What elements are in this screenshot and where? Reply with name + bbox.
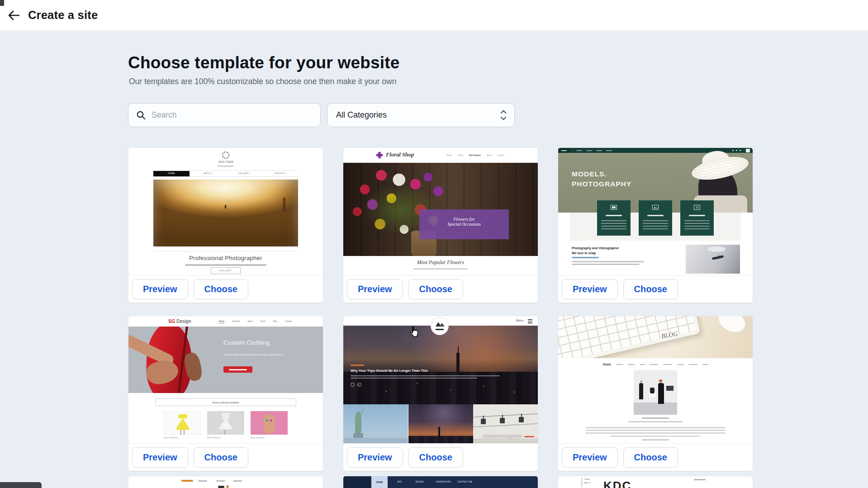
mini-menu-label: Menu	[516, 319, 523, 322]
mini-caption: Swim Collections	[251, 436, 264, 439]
hand-pointer-icon	[409, 326, 419, 337]
choose-button[interactable]: Choose	[194, 279, 248, 299]
mini-nav-active-tab: HOME	[371, 476, 388, 488]
mini-desk-photo: BLOG	[558, 316, 753, 358]
template-preview-partial-kdc[interactable]: HOME ABOUT KDC	[558, 476, 753, 488]
choose-button[interactable]: Choose	[408, 279, 463, 299]
template-card-blog-keyboard: BLOG TRAVEL	[558, 316, 753, 471]
mini-banner-line1: Flowers for	[419, 217, 509, 222]
choose-button[interactable]: Choose	[194, 447, 248, 468]
mini-site-name: Floral Shop	[386, 152, 414, 158]
mini-nav-item: GALLERY	[226, 171, 262, 176]
template-card-sg-design: SG Design Home ServicesAbout StoreBlog C…	[128, 316, 323, 471]
template-preview-sg-design[interactable]: SG Design Home ServicesAbout StoreBlog C…	[128, 316, 323, 443]
choose-button[interactable]: Choose	[408, 447, 463, 468]
preview-button[interactable]: Preview	[347, 279, 403, 299]
mini-skyline	[343, 372, 538, 404]
mini-brand: KDC	[603, 479, 631, 488]
card-actions: Preview Choose	[343, 275, 538, 303]
mini-hero-photo: Why Your Trips Should Be No Longer Than …	[343, 326, 538, 404]
mini-nav-item: TRAVEL	[602, 363, 612, 366]
mini-nav-item: BOOKS	[416, 481, 424, 483]
mini-portrait-photo	[686, 245, 740, 274]
template-card-partial-author: HOME BIO BOOKS WORKSHOPS CONTACT ME	[343, 476, 538, 488]
mini-hero-heading: Custom Clothing	[223, 339, 270, 346]
mini-caption: Dress Collection	[207, 436, 220, 439]
template-card-travel-blog: Menu Why Your Tri	[343, 316, 538, 471]
mini-site-name: John Clark	[128, 160, 323, 163]
mini-hero-line1: MODELS.	[572, 170, 607, 178]
mini-logo: SG Design	[168, 318, 191, 324]
mini-nav-item: CONTACT	[262, 171, 298, 176]
card-actions: Preview Choose	[128, 443, 323, 471]
back-button[interactable]	[5, 8, 22, 23]
mini-heading: Professional Photographer	[128, 255, 323, 261]
template-preview-blog-keyboard[interactable]: BLOG TRAVEL	[558, 316, 753, 443]
mini-site-role: Photographer	[128, 165, 323, 167]
mini-nav-item: HOME	[153, 171, 190, 176]
mini-mouse	[714, 316, 749, 337]
aperture-logo-icon	[222, 152, 229, 159]
mini-banner-line2: Special Occasions	[419, 222, 509, 227]
mini-nav-item: CONTACT ME	[457, 481, 472, 483]
top-bar: Create a site	[0, 0, 868, 31]
mini-red-button	[223, 366, 252, 373]
mountain-icon	[431, 317, 448, 335]
mini-thumb-dress-white	[207, 411, 244, 435]
mini-section-heading: Most Popular Flowers	[343, 260, 538, 265]
mini-banner: Flowers for Special Occasions	[419, 209, 509, 239]
mouse-cursor	[409, 326, 419, 339]
mini-nav: HomeAbout Our Flowers StoreContact	[446, 154, 533, 156]
preview-button[interactable]: Preview	[132, 447, 188, 468]
mini-nav-item: ABOUT	[584, 482, 591, 484]
mini-feature-card	[680, 200, 714, 236]
template-preview-partial-left[interactable]	[128, 476, 323, 488]
preview-button[interactable]: Preview	[347, 447, 403, 468]
create-site-screen: Create a site Choose template for your w…	[0, 0, 868, 488]
preview-button[interactable]: Preview	[132, 279, 188, 299]
spinner-chevrons-icon	[500, 109, 507, 122]
section-subheading: Our templates are 100% customizable so c…	[129, 77, 396, 86]
mini-hero-line2: PHOTOGRAPHY	[572, 180, 631, 188]
mini-heading: Photography and Videographer	[572, 246, 619, 250]
card-actions: Preview Choose	[558, 275, 753, 303]
mini-hero-photo: Custom Clothing Creating custom clothing…	[128, 327, 323, 393]
mini-hero-photo	[153, 180, 298, 246]
card-actions: Preview Choose	[343, 443, 538, 471]
mini-nav-item: ABOUT	[190, 171, 226, 176]
template-search[interactable]	[128, 103, 321, 127]
mini-article-photo	[634, 370, 677, 415]
mini-gallery-button: GALLERY	[211, 267, 241, 274]
category-dropdown[interactable]: All Categories	[327, 103, 515, 127]
search-input[interactable]	[152, 110, 301, 120]
mini-thumb-dress-yellow	[164, 411, 201, 435]
template-preview-photographer[interactable]: John Clark Photographer HOME ABOUT GALLE…	[128, 148, 323, 275]
section-heading: Choose template for your website	[128, 53, 400, 72]
mini-keyboard	[558, 316, 701, 358]
preview-button[interactable]: Preview	[562, 279, 618, 299]
mini-thumb-statue-of-liberty	[343, 404, 408, 443]
template-card-photographer: John Clark Photographer HOME ABOUT GALLE…	[128, 147, 323, 303]
mini-feature-card	[597, 200, 631, 236]
template-preview-models-photography[interactable]: MODELS. PHOTOGRAPHY	[558, 148, 753, 275]
choose-button[interactable]: Choose	[623, 447, 678, 468]
template-card-floral-shop: Floral Shop HomeAbout Our Flowers StoreC…	[343, 147, 538, 303]
mini-nav: HOME ABOUT GALLERY CONTACT	[153, 171, 298, 177]
template-card-models-photography: MODELS. PHOTOGRAPHY	[558, 147, 753, 303]
mini-nav-item: HOME	[584, 478, 590, 480]
mini-hero-heading: Why Your Trips Should Be No Longer Than …	[351, 369, 486, 373]
mini-feature-card	[639, 200, 672, 236]
mini-hero-photo: Flowers for Special Occasions	[343, 163, 538, 256]
template-preview-partial-author[interactable]: HOME BIO BOOKS WORKSHOPS CONTACT ME	[343, 476, 538, 488]
mini-hero-subtext: Creating custom clothing designs for all…	[223, 353, 296, 357]
card-actions: Preview Choose	[128, 275, 323, 303]
mini-nav-item: WORKSHOPS	[436, 481, 451, 483]
preview-button[interactable]: Preview	[562, 447, 618, 468]
mini-nav: TRAVEL	[558, 363, 753, 366]
choose-button[interactable]: Choose	[623, 279, 678, 299]
template-preview-travel-blog[interactable]: Menu Why Your Tri	[343, 316, 538, 443]
mini-nav-item: BIO	[398, 481, 402, 483]
template-preview-floral-shop[interactable]: Floral Shop HomeAbout Our Flowers StoreC…	[343, 148, 538, 275]
mini-badge-logo	[431, 317, 449, 335]
card-actions: Preview Choose	[558, 443, 753, 471]
